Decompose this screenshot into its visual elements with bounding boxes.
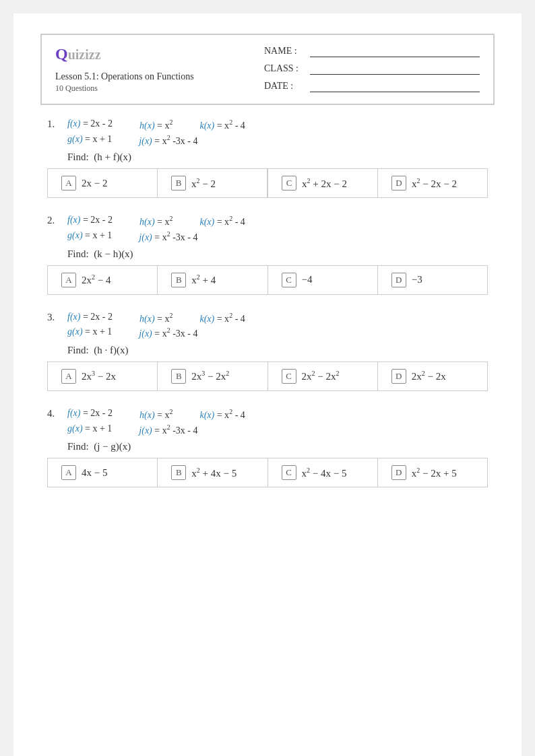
q2-choice-a[interactable]: A 2x2 − 4: [48, 266, 158, 294]
q4-choice-d[interactable]: D x2 − 2x + 5: [378, 458, 487, 487]
q1-h: h(x) = x2: [139, 118, 172, 131]
q3-choices: A 2x3 − 2x B 2x3 − 2x2 C 2x2 − 2x2 D 2x2…: [47, 362, 488, 391]
q2-b-letter: B: [171, 273, 186, 287]
q4-find: Find: (j − g)(x): [67, 441, 488, 452]
q1-c-math: x2 + 2x − 2: [302, 177, 347, 190]
q4-c-math: x2 − 4x − 5: [302, 467, 347, 479]
q3-number: 3.: [47, 312, 61, 356]
q4-choice-c[interactable]: C x2 − 4x − 5: [268, 458, 378, 487]
q3-b-letter: B: [171, 369, 186, 384]
q3-g: g(x) = x + 1: [67, 327, 112, 339]
q2-g: g(x) = x + 1: [67, 230, 112, 243]
date-label: DATE :: [264, 81, 305, 92]
q2-h: h(x) = x2: [139, 215, 172, 228]
q2-choice-b[interactable]: B x2 + 4: [158, 266, 268, 294]
q4-a-letter: A: [61, 465, 76, 480]
q3-a-letter: A: [61, 369, 76, 384]
q4-d-math: x2 − 2x + 5: [412, 467, 457, 479]
logo: Quizizz: [55, 45, 194, 63]
q3-f: f(x) = 2x - 2: [67, 312, 113, 324]
q2-c-math: −4: [302, 274, 313, 285]
q2-b-math: x2 + 4: [191, 273, 216, 286]
question-4: 4. f(x) = 2x - 2 h(x) = x2 k(x) = x2 - 4…: [47, 408, 488, 487]
questions-area: 1. f(x) = 2x - 2 h(x) = x2 k(x) = x2 - 4…: [40, 118, 495, 487]
q2-choice-c[interactable]: C −4: [268, 266, 378, 294]
q3-d-math: 2x2 − 2x: [412, 370, 446, 382]
q1-f: f(x) = 2x - 2: [67, 118, 113, 131]
q2-k: k(x) = x2 - 4: [199, 215, 245, 228]
q1-a-letter: A: [61, 176, 76, 191]
date-field-row: DATE :: [264, 80, 480, 92]
q3-b-math: 2x3 − 2x2: [191, 370, 229, 382]
q4-choice-b[interactable]: B x2 + 4x − 5: [158, 458, 268, 487]
q2-number: 2.: [47, 215, 61, 259]
q1-choice-d[interactable]: D x2 − 2x − 2: [378, 169, 487, 197]
q1-find: Find: (h + f)(x): [67, 151, 488, 163]
q2-d-math: −3: [412, 274, 422, 285]
q2-a-letter: A: [61, 273, 76, 287]
q3-d-letter: D: [391, 369, 406, 384]
lesson-title: Lesson 5.1: Operations on Functions: [55, 71, 194, 82]
q3-c-math: 2x2 − 2x2: [302, 370, 340, 382]
name-line[interactable]: [310, 45, 480, 57]
q3-choice-d[interactable]: D 2x2 − 2x: [378, 362, 487, 390]
q3-choice-a[interactable]: A 2x3 − 2x: [48, 362, 158, 390]
q4-b-math: x2 + 4x − 5: [191, 467, 237, 479]
class-label: CLASS :: [264, 63, 305, 74]
q2-choice-d[interactable]: D −3: [378, 266, 487, 294]
q2-find: Find: (k − h)(x): [67, 248, 488, 260]
class-field-row: CLASS :: [264, 63, 480, 75]
q1-choice-a[interactable]: A 2x − 2: [48, 169, 158, 197]
q1-a-math: 2x − 2: [82, 178, 107, 189]
question-3: 3. f(x) = 2x - 2 h(x) = x2 k(x) = x2 - 4…: [47, 312, 488, 391]
q1-choices: A 2x − 2 B x2 − 2 C x2 + 2x − 2 D x2 − 2…: [47, 168, 488, 198]
q3-find: Find: (h · f)(x): [67, 345, 488, 356]
q2-a-math: 2x2 − 4: [82, 273, 111, 286]
q4-choices: A 4x − 5 B x2 + 4x − 5 C x2 − 4x − 5 D x…: [47, 458, 488, 487]
q3-c-letter: C: [282, 369, 296, 384]
q4-j: j(x) = x2 -3x - 4: [139, 423, 197, 436]
page: Quizizz Lesson 5.1: Operations on Functi…: [13, 13, 522, 756]
q1-d-math: x2 − 2x − 2: [412, 177, 457, 190]
q4-k: k(x) = x2 - 4: [199, 408, 245, 421]
question-1: 1. f(x) = 2x - 2 h(x) = x2 k(x) = x2 - 4…: [47, 118, 488, 198]
header-left: Quizizz Lesson 5.1: Operations on Functi…: [55, 45, 194, 94]
lesson-sub: 10 Questions: [55, 83, 194, 94]
q2-f: f(x) = 2x - 2: [67, 215, 113, 228]
q3-choice-b[interactable]: B 2x3 − 2x2: [158, 362, 268, 390]
q3-h: h(x) = x2: [139, 312, 172, 324]
q2-choices: A 2x2 − 4 B x2 + 4 C −4 D −3: [47, 265, 488, 295]
header-right: NAME : CLASS : DATE :: [264, 45, 480, 92]
q2-j: j(x) = x2 -3x - 4: [139, 230, 197, 243]
q2-c-letter: C: [282, 273, 296, 287]
q1-d-letter: D: [391, 176, 406, 191]
q1-b-letter: B: [171, 176, 186, 191]
q4-c-letter: C: [282, 465, 296, 480]
date-line[interactable]: [310, 80, 480, 92]
q4-g: g(x) = x + 1: [67, 423, 112, 436]
q3-k: k(x) = x2 - 4: [199, 312, 245, 324]
class-line[interactable]: [310, 63, 480, 75]
q1-k: k(x) = x2 - 4: [199, 118, 245, 131]
q4-d-letter: D: [391, 465, 406, 480]
q1-choice-b[interactable]: B x2 − 2: [158, 169, 268, 197]
q4-h: h(x) = x2: [139, 408, 172, 421]
q2-d-letter: D: [391, 273, 406, 287]
header: Quizizz Lesson 5.1: Operations on Functi…: [40, 34, 495, 105]
q4-f: f(x) = 2x - 2: [67, 408, 113, 421]
q1-c-letter: C: [282, 176, 296, 191]
q1-number: 1.: [47, 118, 61, 163]
q4-number: 4.: [47, 408, 61, 452]
q4-b-letter: B: [171, 465, 186, 480]
q3-j: j(x) = x2 -3x - 4: [139, 327, 197, 339]
q3-a-math: 2x3 − 2x: [82, 370, 116, 382]
name-field-row: NAME :: [264, 45, 480, 57]
q1-j: j(x) = x2 -3x - 4: [139, 134, 197, 147]
q1-g: g(x) = x + 1: [67, 134, 112, 147]
q1-choice-c[interactable]: C x2 + 2x − 2: [268, 169, 378, 197]
q3-choice-c[interactable]: C 2x2 − 2x2: [268, 362, 378, 390]
q4-a-math: 4x − 5: [82, 467, 107, 479]
q4-choice-a[interactable]: A 4x − 5: [48, 458, 158, 487]
q1-b-math: x2 − 2: [191, 177, 216, 190]
name-label: NAME :: [264, 46, 305, 57]
